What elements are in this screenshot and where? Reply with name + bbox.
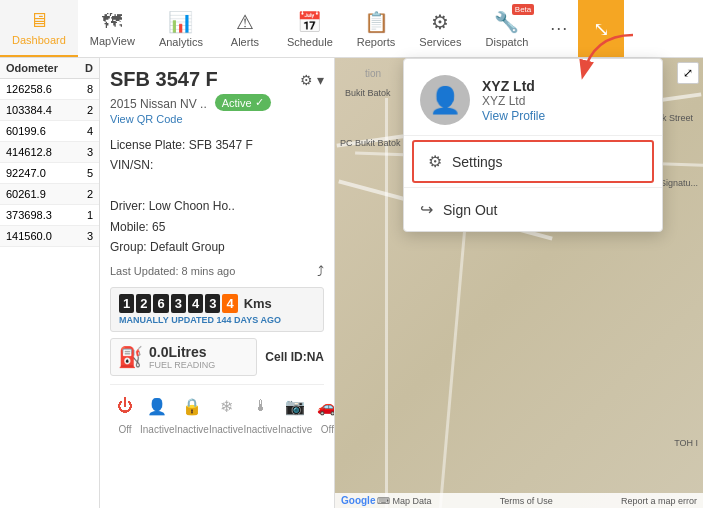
d-cell: 3: [87, 230, 93, 242]
odometer-cell: 126258.6: [6, 83, 87, 95]
odometer-bar: 1263434Kms MANUALLY UPDATED 144 DAYS AGO: [110, 287, 324, 332]
keyboard-icon: ⌨: [377, 496, 390, 506]
odo-digit-3: 3: [171, 294, 186, 313]
nav-analytics[interactable]: 📊 Analytics: [147, 0, 215, 57]
odometer-cell: 60199.6: [6, 125, 87, 137]
beta-badge: Beta: [512, 4, 534, 15]
status-icon-tow[interactable]: 🚗 Off: [312, 391, 335, 435]
tow-icon: 🚗: [312, 391, 335, 421]
vehicle-id: SFB 3547 F: [110, 68, 218, 91]
nav-mapview[interactable]: 🗺 MapView: [78, 0, 147, 57]
odometer-table: Odometer D 126258.68103384.4260199.64414…: [0, 58, 100, 508]
cell-id-box: Cell ID:NA: [265, 338, 324, 376]
license-value: SFB 3547 F: [189, 138, 253, 152]
nav-services[interactable]: ⚙ Services: [407, 0, 473, 57]
nav-reports[interactable]: 📋 Reports: [345, 0, 408, 57]
nav-schedule[interactable]: 📅 Schedule: [275, 0, 345, 57]
person-label: Inactive: [140, 424, 174, 435]
odo-digit-1: 2: [136, 294, 151, 313]
odo-updated: UPDATED: [171, 315, 214, 325]
nav-alerts[interactable]: ⚠ Alerts: [215, 0, 275, 57]
user-info: XYZ Ltd XYZ Ltd View Profile: [482, 78, 545, 123]
nav-reports-label: Reports: [357, 36, 396, 48]
d-cell: 2: [87, 104, 93, 116]
group-label: Group:: [110, 240, 147, 254]
settings-menu-item[interactable]: ⚙ Settings: [412, 140, 654, 183]
camera-icon: 📷: [280, 391, 310, 421]
dashboard-icon: 🖥: [29, 9, 49, 32]
odo-digit-0: 1: [119, 294, 134, 313]
terms-link[interactable]: Terms of Use: [500, 496, 553, 506]
d-cell: 3: [87, 146, 93, 158]
fuel-icon: ⛽: [118, 345, 143, 369]
status-icon-camera[interactable]: 📷 Inactive: [278, 391, 312, 435]
lock-icon: 🔒: [177, 391, 207, 421]
vehicle-model: 2015 Nissan NV ..: [110, 97, 207, 111]
table-row[interactable]: 126258.68: [0, 79, 99, 100]
signout-menu-item[interactable]: ↪ Sign Out: [404, 188, 662, 231]
status-icon-snow[interactable]: ❄ Inactive: [209, 391, 243, 435]
nav-dispatch[interactable]: Beta 🔧 Dispatch: [474, 0, 541, 57]
table-row[interactable]: 141560.03: [0, 226, 99, 247]
vehicle-header: SFB 3547 F ⚙ ▾: [110, 68, 324, 91]
status-icon-person[interactable]: 👤 Inactive: [140, 391, 174, 435]
power-icon: ⏻: [110, 391, 140, 421]
table-row[interactable]: 92247.05: [0, 163, 99, 184]
fuel-value: 0.0Litres: [149, 344, 215, 360]
lock-label: Inactive: [174, 424, 208, 435]
table-row[interactable]: 60199.64: [0, 121, 99, 142]
user-sub: XYZ Ltd: [482, 94, 545, 108]
signout-menu-icon: ↪: [420, 200, 433, 219]
view-qr-link[interactable]: View QR Code: [110, 113, 324, 125]
map-expand-button[interactable]: ⤢: [677, 62, 699, 84]
odo-manually: MANUALLY: [119, 315, 169, 325]
signout-menu-label: Sign Out: [443, 202, 497, 218]
table-row[interactable]: 414612.83: [0, 142, 99, 163]
nav-collapse-button[interactable]: ⤡: [578, 0, 624, 57]
table-row[interactable]: 60261.92: [0, 184, 99, 205]
nav-dashboard-label: Dashboard: [12, 34, 66, 46]
nav-dashboard[interactable]: 🖥 Dashboard: [0, 0, 78, 57]
status-icon-lock[interactable]: 🔒 Inactive: [174, 391, 208, 435]
view-profile-link[interactable]: View Profile: [482, 109, 545, 123]
odo-digit-2: 6: [153, 294, 168, 313]
user-dropdown-menu: 👤 XYZ Ltd XYZ Ltd View Profile ⚙ Setting…: [403, 58, 663, 232]
settings-menu-icon: ⚙: [428, 152, 442, 171]
snow-icon: ❄: [211, 391, 241, 421]
d-cell: 8: [87, 83, 93, 95]
user-avatar: 👤: [420, 75, 470, 125]
odo-days: 144 DAYS AGO: [217, 315, 281, 325]
report-error-link[interactable]: Report a map error: [621, 496, 697, 506]
group-value: Default Group: [150, 240, 225, 254]
nav-dispatch-label: Dispatch: [486, 36, 529, 48]
driver-value: Low Choon Ho..: [149, 199, 235, 213]
driver-label: Driver:: [110, 199, 145, 213]
d-cell: 5: [87, 167, 93, 179]
mapview-icon: 🗺: [102, 10, 122, 33]
col-d-header: D: [85, 62, 93, 74]
stats-row: ⛽ 0.0Litres FUEL READING Cell ID:NA: [110, 338, 324, 376]
power-label: Off: [118, 424, 131, 435]
odometer-cell: 92247.0: [6, 167, 87, 179]
table-row[interactable]: 103384.42: [0, 100, 99, 121]
table-row[interactable]: 373698.31: [0, 205, 99, 226]
odo-digit-4: 4: [188, 294, 203, 313]
temp-icon: 🌡: [246, 391, 276, 421]
d-cell: 1: [87, 209, 93, 221]
d-cell: 4: [87, 125, 93, 137]
google-logo: Google: [341, 495, 375, 506]
status-icon-temp[interactable]: 🌡 Inactive: [243, 391, 277, 435]
vehicle-settings-button[interactable]: ⚙ ▾: [300, 72, 324, 88]
share-button[interactable]: ⤴: [317, 263, 324, 279]
status-icon-power[interactable]: ⏻ Off: [110, 391, 140, 435]
odo-digit-6: 4: [222, 294, 237, 313]
nav-more-button[interactable]: ···: [540, 0, 578, 57]
odometer-cell: 103384.4: [6, 104, 87, 116]
top-navigation: 🖥 Dashboard 🗺 MapView 📊 Analytics ⚠ Aler…: [0, 0, 703, 58]
map-attribution-bar: Google ⌨ Map Data Terms of Use Report a …: [335, 493, 703, 508]
tow-label: Off: [321, 424, 334, 435]
d-cell: 2: [87, 188, 93, 200]
user-name: XYZ Ltd: [482, 78, 545, 94]
collapse-icon: ⤡: [593, 17, 610, 41]
vin-label: VIN/SN:: [110, 158, 153, 172]
